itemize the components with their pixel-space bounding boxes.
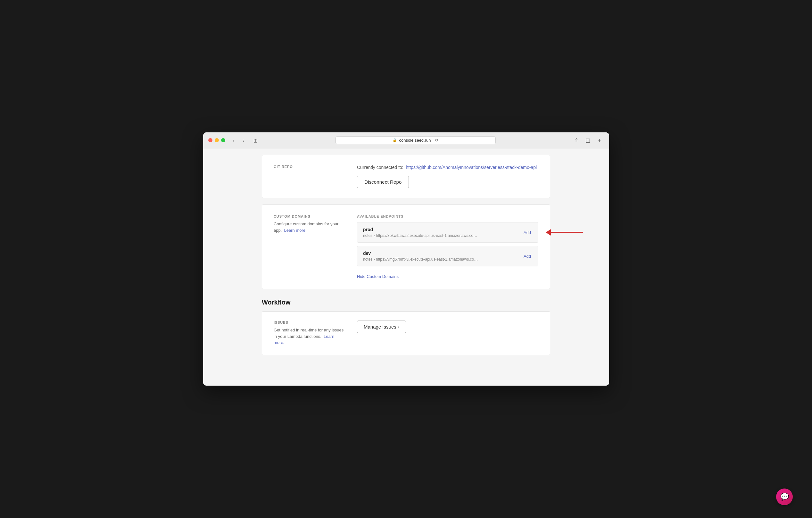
hide-custom-domains-link[interactable]: Hide Custom Domains — [357, 274, 399, 279]
page-content: GIT REPO Currently connected to: https:/… — [203, 148, 609, 385]
browser-actions: ⇧ ◫ + — [572, 137, 604, 144]
browser-window: ‹ › ◫ 🔒 console.seed.run ↻ ⇧ ◫ + GIT REP… — [203, 133, 609, 385]
refresh-button[interactable]: ↻ — [435, 138, 438, 143]
issues-row: ISSUES Get notified in real-time for any… — [274, 320, 538, 346]
workflow-title: Workflow — [262, 299, 550, 306]
traffic-light-red[interactable] — [208, 138, 212, 142]
prod-endpoint-card: prod notes › https://3pkwibawa2.execute-… — [357, 222, 538, 243]
issues-section: ISSUES Get notified in real-time for any… — [262, 311, 550, 355]
connected-text: Currently connected to: https://github.c… — [357, 165, 538, 170]
nav-buttons: ‹ › — [229, 137, 248, 144]
sidebar-toggle-button[interactable]: ◫ — [252, 137, 259, 144]
issues-content: Manage Issues › — [357, 320, 538, 346]
prod-add-button[interactable]: Add — [522, 230, 532, 235]
traffic-light-yellow[interactable] — [215, 138, 219, 142]
git-repo-content: Currently connected to: https://github.c… — [357, 165, 538, 188]
prod-endpoint-name: prod — [363, 227, 477, 232]
git-repo-label-col: GIT REPO — [274, 165, 344, 188]
dev-add-button[interactable]: Add — [522, 254, 532, 259]
lock-icon: 🔒 — [393, 138, 397, 142]
prod-endpoint-info: prod notes › https://3pkwibawa2.execute-… — [363, 227, 477, 238]
custom-domains-section: CUSTOM DOMAINS Configure custom domains … — [262, 204, 550, 289]
workflow-section: Workflow ISSUES Get notified in real-tim… — [262, 299, 550, 355]
browser-chrome: ‹ › ◫ 🔒 console.seed.run ↻ ⇧ ◫ + — [203, 133, 609, 148]
custom-domains-label-col: CUSTOM DOMAINS Configure custom domains … — [274, 214, 344, 279]
custom-domains-content: AVAILABLE ENDPOINTS prod notes › https:/… — [357, 214, 538, 279]
traffic-lights — [208, 138, 225, 142]
endpoints-label: AVAILABLE ENDPOINTS — [357, 214, 538, 218]
share-button[interactable]: ⇧ — [572, 137, 581, 144]
content-area: GIT REPO Currently connected to: https:/… — [252, 148, 560, 362]
arrow-head — [546, 229, 551, 236]
new-tab-button[interactable]: ◫ — [583, 137, 592, 144]
back-button[interactable]: ‹ — [229, 137, 238, 144]
custom-domains-label: CUSTOM DOMAINS — [274, 214, 344, 218]
issues-label: ISSUES — [274, 320, 344, 324]
dev-endpoint-info: dev notes › https://vmg579mx3l.execute-a… — [363, 251, 478, 262]
add-tab-button[interactable]: + — [595, 137, 604, 144]
url-text: console.seed.run — [399, 138, 431, 143]
traffic-light-green[interactable] — [221, 138, 225, 142]
git-repo-section: GIT REPO Currently connected to: https:/… — [262, 155, 550, 198]
custom-domains-row: CUSTOM DOMAINS Configure custom domains … — [274, 214, 538, 279]
repo-link[interactable]: https://github.com/AnomalyInnovations/se… — [406, 165, 537, 170]
issues-label-col: ISSUES Get notified in real-time for any… — [274, 320, 344, 346]
address-bar[interactable]: 🔒 console.seed.run ↻ — [336, 136, 496, 144]
connected-prefix: Currently connected to: — [357, 165, 403, 170]
prod-endpoint-url: notes › https://3pkwibawa2.execute-api.u… — [363, 233, 477, 238]
disconnect-repo-button[interactable]: Disconnect Repo — [357, 176, 409, 188]
manage-issues-button[interactable]: Manage Issues › — [357, 320, 406, 333]
address-bar-container: 🔒 console.seed.run ↻ — [263, 136, 568, 144]
dev-endpoint-card: dev notes › https://vmg579mx3l.execute-a… — [357, 246, 538, 266]
git-repo-row: GIT REPO Currently connected to: https:/… — [274, 165, 538, 188]
issues-description: Get notified in real-time for any issues… — [274, 327, 344, 346]
custom-domains-learn-more[interactable]: Learn more. — [284, 228, 307, 233]
dev-endpoint-name: dev — [363, 251, 478, 256]
arrow-indicator — [546, 229, 583, 236]
forward-button[interactable]: › — [239, 137, 248, 144]
arrow-shaft — [551, 232, 583, 233]
dev-endpoint-url: notes › https://vmg579mx3l.execute-api.u… — [363, 257, 478, 262]
custom-domains-description: Configure custom domains for your app. L… — [274, 221, 344, 233]
git-repo-label: GIT REPO — [274, 165, 344, 169]
